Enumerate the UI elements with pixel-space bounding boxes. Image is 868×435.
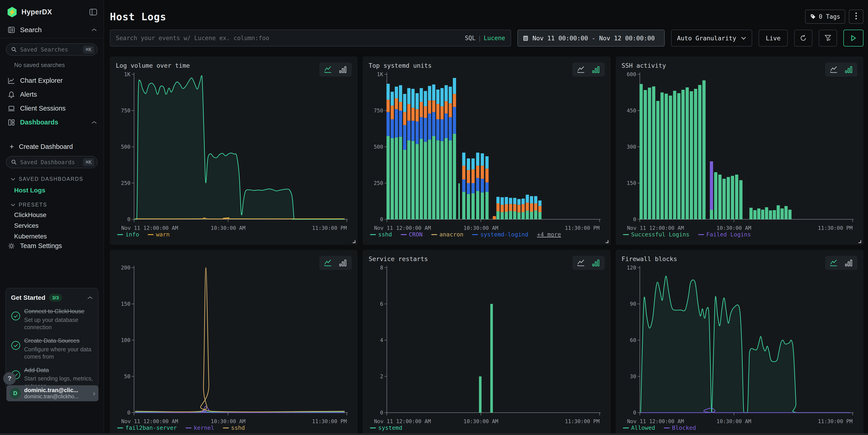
presets-section[interactable]: PRESETS	[0, 194, 103, 208]
no-saved-searches-text: No saved searches	[0, 56, 103, 69]
svg-text:0: 0	[127, 216, 130, 222]
create-dashboard-button[interactable]: + Create Dashboard	[0, 139, 103, 151]
refresh-button[interactable]	[794, 30, 812, 46]
legend-item[interactable]: kernel	[186, 425, 214, 431]
legend-item[interactable]: CRON	[401, 231, 423, 238]
get-started-step-connect[interactable]: Connect to ClickHouse Set up your databa…	[11, 308, 93, 331]
chart-canvas[interactable]: 200150100500Nov 11 12:00:00 AM10:30:00 A…	[116, 265, 351, 424]
scrollbar-track[interactable]	[0, 433, 868, 435]
line-chart-icon[interactable]	[830, 66, 839, 73]
chart-panel-4: Service restarts 86420Nov 11 12:00:00 AM…	[363, 250, 611, 435]
resize-handle[interactable]	[352, 240, 355, 243]
chevron-down-icon	[741, 36, 746, 40]
legend-dash	[431, 234, 437, 235]
svg-text:10:30:00 AM: 10:30:00 AM	[464, 225, 498, 231]
granularity-select[interactable]: Auto Granularity	[671, 30, 752, 46]
bar-chart-icon[interactable]	[845, 259, 853, 267]
chart-legend: AllowedBlocked	[622, 425, 858, 431]
hyperdx-logo-icon: ⚡	[7, 7, 17, 17]
play-icon	[851, 35, 856, 41]
sql-toggle[interactable]: SQL	[465, 35, 475, 41]
legend-item[interactable]: Allowed	[623, 425, 655, 431]
bar-chart-icon[interactable]	[339, 259, 347, 267]
sidebar-item-client-sessions[interactable]: Client Sessions	[0, 101, 103, 115]
saved-searches-input[interactable]: Saved Searches ⌘K	[6, 43, 98, 56]
chart-canvas[interactable]: 6004503001500Nov 11 12:00:00 AM10:30:00 …	[622, 71, 857, 231]
chevron-up-icon[interactable]	[87, 296, 93, 300]
legend-item[interactable]: sshd	[223, 425, 245, 431]
legend-dash	[223, 428, 229, 428]
sidebar-item-chart-explorer[interactable]: Chart Explorer	[0, 74, 103, 88]
sidebar-item-team-settings[interactable]: Team Settings	[0, 239, 103, 253]
line-chart-icon[interactable]	[324, 259, 333, 267]
svg-text:11:30:00 PM: 11:30:00 PM	[818, 225, 852, 231]
check-circle-icon	[11, 311, 21, 331]
chart-canvas[interactable]: 1K7505002500Nov 11 12:00:00 AM10:30:00 A…	[369, 71, 604, 231]
svg-text:11:30:00 PM: 11:30:00 PM	[312, 418, 347, 424]
legend-item[interactable]: warn	[148, 231, 169, 238]
legend-item[interactable]: info	[117, 231, 139, 238]
tag-icon	[810, 14, 816, 20]
bar-chart-icon[interactable]	[339, 66, 347, 73]
sidebar-item-search[interactable]: Search	[0, 17, 103, 38]
sidebar-item-host-logs[interactable]: Host Logs	[0, 182, 103, 194]
date-range-picker[interactable]: Nov 11 00:00:00 - Nov 12 00:00:00	[518, 30, 665, 46]
legend-item[interactable]: Blocked	[664, 425, 696, 431]
chart-canvas[interactable]: 1209060300Nov 11 12:00:00 AM10:30:00 AM1…	[622, 265, 857, 424]
sidebar-item-alerts[interactable]: Alerts	[0, 88, 103, 101]
legend-dash	[186, 428, 191, 428]
saved-dashboards-input[interactable]: Saved Dashboards ⌘K	[6, 156, 98, 168]
legend-item[interactable]: anacron	[431, 231, 463, 238]
line-chart-icon[interactable]	[577, 66, 586, 73]
svg-text:Nov 11 12:00:00 AM: Nov 11 12:00:00 AM	[374, 418, 431, 424]
more-menu-button[interactable]	[849, 9, 863, 24]
help-button[interactable]: ?	[3, 372, 16, 385]
chart-panel-2: SSH activity 6004503001500Nov 11 12:00:0…	[616, 57, 863, 245]
line-chart-icon[interactable]	[830, 259, 839, 267]
saved-dashboards-section[interactable]: SAVED DASHBOARDS	[0, 168, 103, 182]
legend-item[interactable]: fail2ban-server	[117, 425, 177, 431]
legend-dash	[623, 428, 629, 428]
svg-text:1K: 1K	[124, 71, 130, 77]
sidebar-item-dashboards[interactable]: Dashboards	[0, 115, 103, 129]
legend-item[interactable]: systemd-logind	[472, 231, 528, 238]
legend-item[interactable]: Failed Logins	[698, 231, 751, 238]
user-menu[interactable]: D dominic.tran@clic... dominic.tran@clic…	[6, 385, 98, 401]
lucene-toggle[interactable]: Lucene	[484, 35, 505, 41]
svg-text:6: 6	[380, 301, 383, 307]
legend-item[interactable]: systemd	[370, 425, 402, 431]
chart-canvas[interactable]: 86420Nov 11 12:00:00 AM10:30:00 AM11:30:…	[369, 265, 604, 424]
resize-handle[interactable]	[606, 240, 609, 243]
chart-canvas[interactable]: 1K7505002500Nov 11 12:00:00 AM10:30:00 A…	[116, 71, 351, 231]
live-button[interactable]: Live	[758, 30, 788, 46]
legend-item[interactable]: sshd	[370, 231, 392, 238]
filter-button[interactable]	[819, 30, 837, 46]
get-started-step-sources[interactable]: Create Data Sources Configure where your…	[11, 337, 93, 361]
sidebar-collapse-icon[interactable]	[89, 9, 97, 15]
event-search-input[interactable]: Search your events w/ Lucene ex. column:…	[110, 30, 511, 46]
tags-button[interactable]: 0 Tags	[805, 9, 845, 24]
resize-handle[interactable]	[859, 240, 861, 243]
sidebar-item-clickhouse[interactable]: ClickHouse	[0, 208, 103, 219]
bar-chart-icon[interactable]	[592, 259, 600, 267]
svg-text:120: 120	[627, 265, 636, 271]
run-query-button[interactable]	[843, 30, 863, 46]
svg-text:1K: 1K	[377, 71, 383, 77]
chart-type-toggle	[319, 62, 352, 76]
calendar-icon	[523, 35, 528, 41]
chart-legend: sshdCRONanacronsystemd-logind+4 more	[369, 231, 604, 238]
svg-text:500: 500	[121, 144, 130, 150]
chart-explorer-icon	[7, 77, 16, 84]
sidebar-item-services[interactable]: Services	[0, 219, 103, 229]
dashboard-grid: Log volume over time 1K7505002500Nov 11 …	[110, 57, 863, 435]
bar-chart-icon[interactable]	[845, 66, 853, 73]
bar-chart-icon[interactable]	[592, 66, 600, 73]
sidebar-item-kubernetes[interactable]: Kubernetes	[0, 229, 103, 240]
line-chart-icon[interactable]	[577, 259, 586, 267]
line-chart-icon[interactable]	[324, 66, 333, 73]
chevron-up-icon	[91, 121, 97, 124]
legend-item[interactable]: Successful Logins	[623, 231, 689, 238]
legend-item[interactable]: +4 more	[537, 231, 561, 238]
legend-dash	[698, 234, 704, 235]
svg-text:Nov 11 12:00:00 AM: Nov 11 12:00:00 AM	[121, 225, 178, 231]
